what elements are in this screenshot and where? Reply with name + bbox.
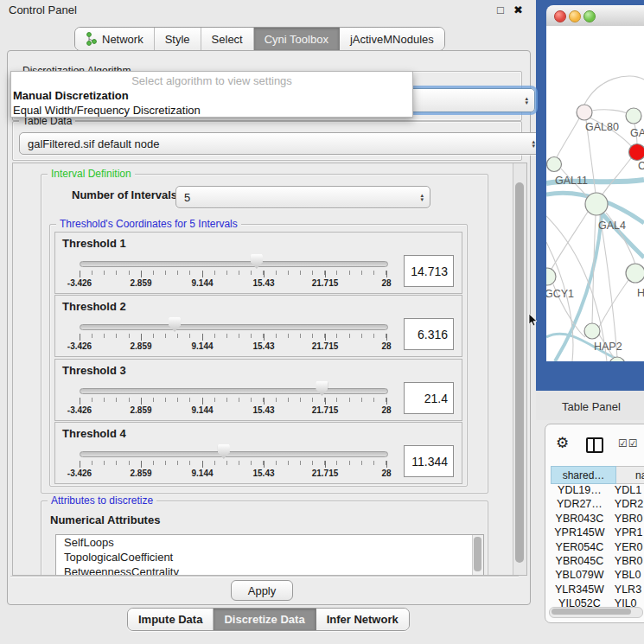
column-layout-icon[interactable] bbox=[586, 437, 603, 453]
threshold-4-slider-track[interactable] bbox=[80, 451, 388, 457]
select-columns-checkboxes-icon[interactable]: ☑☑ bbox=[618, 437, 639, 450]
table-rows: YDL19…YDL1 YDR27…YDR2 YBR043CYBR0 YPR145… bbox=[551, 484, 644, 622]
float-window-icon[interactable]: □ bbox=[497, 3, 504, 16]
algorithm-popup: Select algorithm to view settings Manual… bbox=[10, 71, 413, 118]
settings-vertical-scrollbar-thumb[interactable] bbox=[515, 182, 524, 563]
network-node[interactable] bbox=[629, 144, 644, 161]
slider-major-tick bbox=[141, 271, 142, 277]
threshold-2-value-input[interactable] bbox=[404, 318, 454, 350]
network-node[interactable] bbox=[547, 157, 562, 172]
slider-tick-label: 15.43 bbox=[252, 341, 274, 351]
slider-tick-label: 2.859 bbox=[130, 341, 151, 351]
tab-discretize-data-label: Discretize Data bbox=[224, 613, 304, 626]
cell-name: YBL0 bbox=[609, 569, 644, 583]
close-icon[interactable]: ✖ bbox=[513, 3, 523, 16]
threshold-3-value-input[interactable] bbox=[404, 382, 454, 414]
threshold-2-label: Threshold 2 bbox=[62, 300, 126, 313]
column-header-shared-name[interactable]: shared… bbox=[551, 466, 616, 484]
table-row[interactable]: YLR345WYLR3 bbox=[551, 583, 644, 597]
tab-network[interactable]: Network bbox=[75, 28, 155, 50]
threshold-1-slider-track[interactable] bbox=[80, 261, 388, 267]
threshold-3-slider-ticks: -3.4262.8599.14415.4321.71528 bbox=[80, 398, 386, 417]
network-canvas[interactable]: GAL80GACGAL11GAL4GCY1HHAP2 bbox=[546, 26, 644, 361]
threshold-4-panel: Threshold 4 -3.4262.8599.14415.4321.7152… bbox=[54, 422, 462, 484]
control-panel-title: Control Panel bbox=[9, 3, 77, 16]
table-row[interactable]: YPR145WYPR1 bbox=[551, 526, 644, 540]
slider-tick-label: 9.144 bbox=[191, 278, 213, 288]
apply-separator bbox=[10, 576, 519, 577]
tab-jactivemnodules[interactable]: jActiveMNodules bbox=[340, 28, 444, 50]
tab-infer-network-label: Infer Network bbox=[327, 613, 399, 626]
tab-select[interactable]: Select bbox=[201, 28, 254, 50]
network-node-label: GAL4 bbox=[598, 220, 626, 232]
network-node[interactable] bbox=[626, 264, 644, 283]
threshold-3-slider-track[interactable] bbox=[80, 388, 388, 394]
attribute-item[interactable]: SelfLoops bbox=[56, 535, 483, 550]
table-horizontal-scrollbar[interactable] bbox=[549, 607, 643, 618]
number-of-intervals-label: Number of Intervals bbox=[72, 188, 177, 201]
attributes-list-scrollbar[interactable] bbox=[472, 535, 483, 576]
slider-tick-label: 21.715 bbox=[312, 405, 339, 415]
tab-cyni-toolbox[interactable]: Cyni Toolbox bbox=[254, 28, 340, 50]
slider-tick-label: 21.715 bbox=[312, 469, 339, 478]
tab-style[interactable]: Style bbox=[155, 28, 201, 50]
attributes-list-scrollbar-thumb[interactable] bbox=[474, 537, 481, 571]
settings-vertical-scrollbar[interactable] bbox=[513, 163, 526, 575]
apply-button[interactable]: Apply bbox=[231, 580, 293, 601]
table-row[interactable]: YDL19…YDL1 bbox=[551, 484, 644, 498]
network-window-titlebar[interactable] bbox=[546, 5, 644, 27]
number-of-intervals-value: 5 bbox=[184, 191, 190, 204]
tab-network-label: Network bbox=[102, 33, 143, 46]
cell-shared-name: YBR043C bbox=[551, 513, 609, 526]
slider-tick-label: 2.859 bbox=[130, 405, 151, 415]
slider-minor-ticks bbox=[80, 461, 386, 465]
tab-discretize-data[interactable]: Discretize Data bbox=[214, 609, 316, 630]
threshold-4-slider-ticks: -3.4262.8599.14415.4321.71528 bbox=[80, 461, 386, 480]
table-row[interactable]: YDR27…YDR2 bbox=[551, 498, 644, 512]
slider-tick-label: 2.859 bbox=[130, 278, 151, 288]
tab-impute-data[interactable]: Impute Data bbox=[128, 609, 214, 630]
slider-tick-label: 9.144 bbox=[191, 405, 213, 415]
table-row[interactable]: YBL079WYBL0 bbox=[551, 569, 644, 583]
cell-shared-name: YBR045C bbox=[551, 555, 609, 569]
network-node[interactable] bbox=[577, 105, 592, 120]
zoom-traffic-light[interactable] bbox=[583, 10, 596, 22]
threshold-4-value-input[interactable] bbox=[404, 445, 454, 477]
slider-major-tick bbox=[141, 398, 142, 405]
attribute-item[interactable]: TopologicalCoefficient bbox=[56, 550, 483, 564]
network-view-window: GAL80GACGAL11GAL4GCY1HHAP2 bbox=[536, 0, 644, 391]
table-row[interactable]: YBR045CYBR0 bbox=[551, 555, 644, 569]
network-node[interactable] bbox=[626, 108, 641, 124]
network-node[interactable] bbox=[584, 323, 600, 339]
gear-icon[interactable]: ⚙ bbox=[556, 436, 569, 450]
table-horizontal-scrollbar-thumb[interactable] bbox=[552, 609, 631, 615]
table-data-selected-value: galFiltered.sif default node bbox=[28, 137, 159, 150]
network-node[interactable] bbox=[585, 193, 608, 215]
table-panel-window: ⚙ ☑☑ shared… na YDL19…YDL1 YDR27…YDR2 YB… bbox=[545, 424, 644, 623]
table-row[interactable]: YBR043CYBR0 bbox=[551, 513, 644, 526]
table-data-combobox[interactable]: galFiltered.sif default node ▴▾ bbox=[19, 132, 542, 155]
tab-infer-network[interactable]: Infer Network bbox=[316, 609, 409, 630]
threshold-1-panel: Threshold 1 -3.4262.8599.14415.4321.7152… bbox=[54, 232, 462, 294]
minimize-traffic-light[interactable] bbox=[569, 10, 581, 22]
network-node-label: GCY1 bbox=[546, 288, 574, 300]
tab-select-label: Select bbox=[212, 33, 243, 46]
column-header-name[interactable]: na bbox=[616, 466, 644, 484]
network-node[interactable] bbox=[546, 268, 556, 285]
number-of-intervals-combobox[interactable]: 5 ▴▾ bbox=[175, 186, 430, 208]
algorithm-option-manual[interactable]: Manual Discretization bbox=[11, 88, 412, 103]
cell-shared-name: YBL079W bbox=[551, 569, 609, 583]
threshold-2-slider-track[interactable] bbox=[80, 324, 388, 330]
combo-arrows-icon: ▴▾ bbox=[525, 96, 528, 105]
threshold-1-value-input[interactable] bbox=[404, 255, 454, 287]
slider-major-tick bbox=[386, 461, 387, 468]
attribute-item[interactable]: BetweennessCentrality bbox=[56, 564, 483, 576]
slider-major-tick bbox=[264, 461, 265, 468]
numerical-attributes-list[interactable]: SelfLoops TopologicalCoefficient Between… bbox=[55, 534, 484, 576]
close-traffic-light[interactable] bbox=[554, 10, 566, 22]
algorithm-option-equal-width[interactable]: Equal Width/Frequency Discretization bbox=[11, 103, 412, 118]
slider-tick-label: 28 bbox=[381, 341, 391, 351]
table-row[interactable]: YER054CYER0 bbox=[551, 541, 644, 555]
slider-major-tick bbox=[264, 398, 265, 405]
slider-major-tick bbox=[386, 398, 387, 405]
